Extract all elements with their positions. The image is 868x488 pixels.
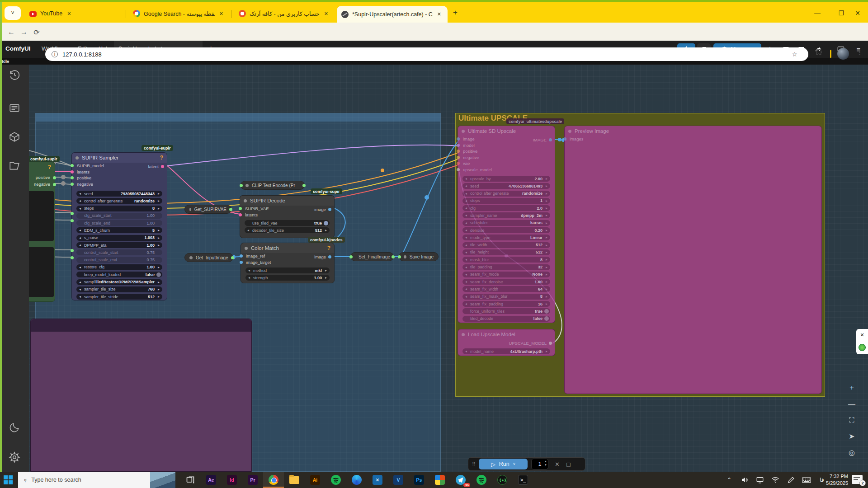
input-slot[interactable]: negative — [458, 155, 555, 161]
toggle-knob[interactable] — [544, 309, 549, 314]
extension-logo-icon[interactable] — [859, 344, 866, 351]
output-slot[interactable]: UPSCALE_MODEL — [509, 341, 552, 346]
converted-input-dot[interactable] — [71, 219, 74, 222]
help-icon[interactable]: ? — [327, 245, 330, 251]
widget-row[interactable]: sampler_tile_stride512 — [76, 294, 162, 300]
slot-dot[interactable] — [240, 184, 243, 187]
collapse-dot-icon[interactable] — [462, 333, 465, 336]
node-header[interactable]: Color Match ? — [241, 243, 334, 253]
tab-close-icon[interactable]: ✕ — [219, 11, 223, 17]
collapse-dot-icon[interactable] — [245, 184, 249, 187]
widget-row[interactable]: s_noise1.003 — [76, 235, 162, 241]
widget-row[interactable]: seam_fix_mask_blur8 — [462, 294, 550, 300]
widget-row[interactable]: control_scale_end0.75 — [76, 257, 162, 263]
zoom-in-icon[interactable]: ＋ — [848, 383, 855, 393]
output-dot[interactable] — [53, 176, 56, 179]
tab-google-search[interactable]: Google Search - ش نقطه پیوسته ✕ — [128, 6, 228, 21]
edge-button[interactable] — [346, 472, 367, 488]
node-supir-decode[interactable]: SUPIR Decode SUPIR_VAElatents image use_… — [240, 195, 335, 238]
toggle-knob[interactable] — [156, 272, 161, 277]
input-slot[interactable]: latents — [72, 169, 167, 175]
node-get-inputimage[interactable]: Get_InputImage — [184, 253, 233, 262]
node-ultimate-sd-upscale[interactable]: Ultimate SD Upscale imagemodelpositivene… — [458, 126, 555, 323]
collapse-dot-icon[interactable] — [568, 130, 571, 133]
tab-close-icon[interactable]: ✕ — [324, 11, 328, 17]
forward-icon[interactable]: → — [18, 26, 30, 38]
new-tab-icon[interactable]: + — [453, 8, 458, 17]
node-get-supirvae[interactable]: Get_SUPIRVAE — [184, 205, 231, 214]
fit-view-icon[interactable]: ⛶ — [849, 416, 854, 424]
toggle-knob[interactable] — [324, 221, 328, 225]
volume-icon[interactable] — [738, 472, 751, 488]
wifi-icon[interactable] — [769, 472, 782, 488]
avatar[interactable] — [837, 48, 849, 60]
search-highlight-image[interactable] — [150, 472, 175, 488]
node-set-finalimage[interactable]: Set_FinalImage — [350, 252, 394, 261]
widget-row[interactable]: steps1 — [462, 198, 550, 204]
widget-row[interactable]: tile_width512 — [462, 242, 550, 248]
zoom-out-icon[interactable]: — — [848, 400, 855, 408]
task-view-button[interactable] — [180, 472, 201, 488]
slot-dot[interactable] — [239, 213, 242, 216]
help-icon[interactable]: ? — [160, 155, 163, 161]
node-header[interactable]: Ultimate SD Upscale — [458, 126, 555, 136]
tab-supir-upscaler-active[interactable]: *Supir-Upscaler(artech.cafe) - C ✕ — [337, 6, 448, 23]
slot-dot[interactable] — [457, 168, 460, 171]
output-slot[interactable]: image — [314, 254, 331, 259]
widget-row[interactable]: keep_model_loadedfalse — [76, 272, 162, 277]
slot-dot[interactable] — [457, 137, 460, 141]
converted-input-dot[interactable] — [71, 212, 74, 215]
input-slot[interactable]: model — [458, 142, 555, 149]
indesign-button[interactable]: Id — [222, 472, 242, 488]
toggle-knob[interactable] — [544, 316, 549, 321]
stop-icon[interactable]: ◻ — [566, 461, 571, 468]
slot-dot[interactable] — [328, 208, 331, 211]
extensions-icon[interactable] — [815, 48, 823, 56]
output-slot[interactable]: latent — [148, 164, 164, 169]
widget-row[interactable]: samplerTiledRestoreDPMPP2MSampler — [76, 279, 162, 285]
start-button[interactable] — [4, 475, 13, 484]
display-cast-icon[interactable] — [753, 472, 767, 488]
widget-row[interactable]: DPMPP_eta1.00 — [76, 242, 162, 248]
node-supir-sampler[interactable]: SUPIR Sampler ? SUPIR_modellatentspositi… — [71, 152, 167, 300]
widget-row[interactable]: force_uniform_tilestrue — [462, 308, 550, 314]
input-slot[interactable]: images — [565, 136, 821, 142]
stepper-icons[interactable]: ▲▼ — [544, 460, 547, 467]
pen-icon[interactable] — [784, 472, 797, 488]
widget-row[interactable]: sampler_tile_size768 — [76, 286, 162, 292]
model-library-icon[interactable] — [9, 131, 20, 143]
widget-row[interactable]: steps8 — [76, 206, 162, 211]
widget-row[interactable]: schedulerkarras — [462, 220, 550, 226]
slot-dot[interactable] — [161, 165, 164, 168]
input-slot[interactable]: latents — [240, 212, 334, 218]
broadcast-button[interactable] — [492, 472, 513, 488]
spotify-button[interactable] — [326, 472, 346, 488]
collapse-dot-icon[interactable] — [244, 199, 247, 202]
v-app-button[interactable]: V — [388, 472, 409, 488]
collapse-dot-icon[interactable] — [189, 256, 193, 259]
slot-dot[interactable] — [349, 255, 353, 258]
input-slot[interactable]: upscale_model — [458, 167, 555, 173]
widget-row[interactable]: mode_typeLinear — [462, 235, 550, 240]
tab-search-button[interactable]: ˅ — [5, 6, 21, 20]
node-header[interactable]: Preview Image — [565, 126, 821, 136]
widget-row[interactable]: decoder_tile_size512 — [245, 227, 330, 233]
slot-dot[interactable] — [457, 150, 460, 153]
widget-row[interactable]: EDM_s_churn5 — [76, 227, 162, 233]
slot-dot[interactable] — [239, 207, 242, 210]
slot-dot[interactable] — [229, 208, 232, 211]
slot-dot[interactable] — [549, 342, 552, 345]
widget-row[interactable]: mask_blur8 — [462, 257, 550, 263]
widget-row[interactable]: control_scale_start0.75 — [76, 249, 162, 255]
focus-icon[interactable]: ◎ — [849, 448, 855, 457]
output-slot[interactable]: IMAGE — [533, 137, 552, 142]
collapse-dot-icon[interactable] — [75, 156, 79, 160]
input-slot[interactable]: image_target — [241, 259, 334, 266]
tab-close-icon[interactable]: ✕ — [67, 11, 71, 17]
slot-dot[interactable] — [302, 184, 306, 187]
slot-dot[interactable] — [71, 170, 74, 174]
run-button[interactable]: ▷ Run ˅ — [479, 459, 528, 469]
widget-row[interactable]: seam_fix_width64 — [462, 286, 550, 292]
output-slot[interactable]: image — [314, 207, 331, 212]
workflows-folder-icon[interactable] — [9, 160, 20, 172]
